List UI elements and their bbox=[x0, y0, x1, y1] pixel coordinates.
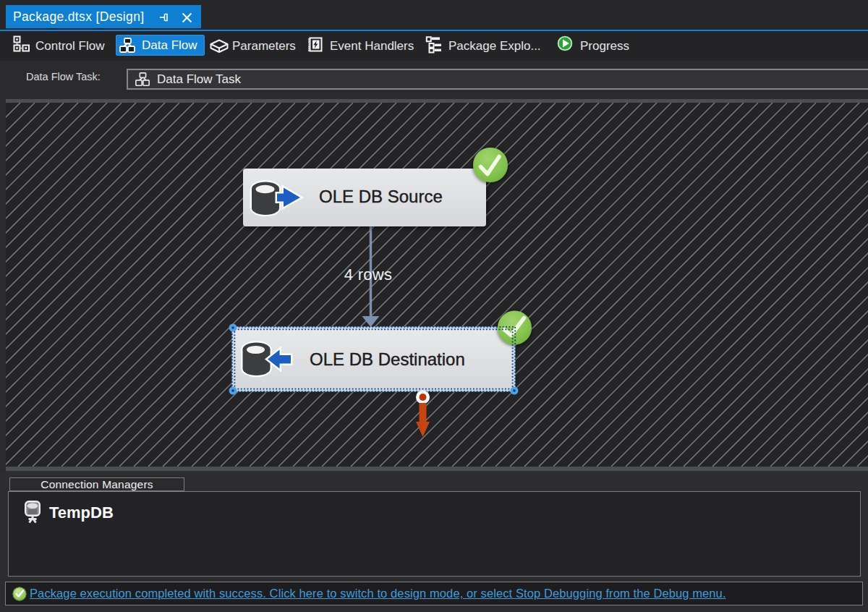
svg-text:4 rows: 4 rows bbox=[344, 265, 393, 284]
svg-text:OLE DB Destination: OLE DB Destination bbox=[310, 349, 465, 369]
svg-text:OLE DB Source: OLE DB Source bbox=[319, 187, 443, 206]
